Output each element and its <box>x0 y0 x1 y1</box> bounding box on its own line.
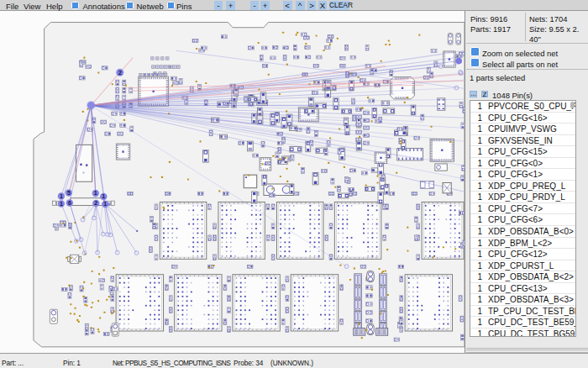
svg-text:2: 2 <box>94 200 97 206</box>
svg-text:1: 1 <box>60 201 63 207</box>
svg-text:1: 1 <box>94 190 97 196</box>
svg-text:6: 6 <box>68 200 71 206</box>
svg-text:5: 5 <box>67 190 71 196</box>
svg-text:2: 2 <box>118 69 122 76</box>
svg-text:1: 1 <box>103 201 107 207</box>
svg-text:1: 1 <box>60 193 63 199</box>
svg-text:1: 1 <box>102 193 105 199</box>
